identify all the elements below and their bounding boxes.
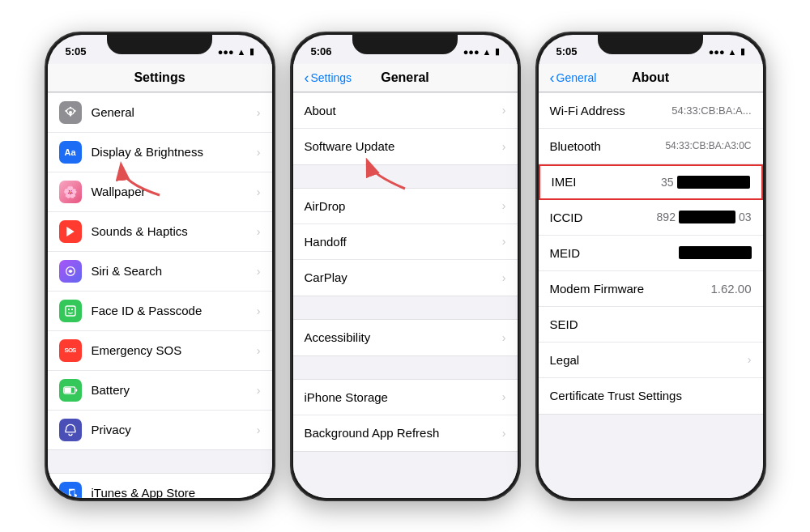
general-scroll[interactable]: About › Software Update › AirDrop	[293, 92, 518, 498]
display-label: Display & Brightness	[92, 145, 257, 159]
group-airdrop: AirDrop › Handoff › CarPlay ›	[293, 188, 518, 296]
itunes-chevron: ›	[257, 487, 261, 498]
cert-trust-row[interactable]: Certificate Trust Settings	[539, 378, 763, 414]
wallpaper-icon: 🌸	[59, 181, 82, 203]
svg-rect-3	[66, 306, 75, 316]
imei-value-container: 35	[661, 176, 750, 189]
iphone-storage-label: iPhone Storage	[305, 390, 502, 404]
carplay-item[interactable]: CarPlay ›	[293, 260, 518, 296]
screen-1: 5:05 ●●● ▲ ▮ Settings	[48, 35, 272, 498]
faceid-chevron: ›	[257, 304, 261, 317]
faceid-item[interactable]: Face ID & Passcode ›	[48, 292, 272, 331]
iccid-label: ICCID	[550, 211, 583, 224]
software-update-label: Software Update	[305, 139, 502, 153]
battery-chevron: ›	[257, 384, 261, 397]
nav-title-2: General	[381, 70, 429, 84]
about-item[interactable]: About ›	[293, 93, 518, 129]
handoff-item[interactable]: Handoff ›	[293, 224, 518, 260]
back-label-2: Settings	[311, 71, 352, 84]
time-2: 5:06	[311, 45, 332, 57]
meid-row: MEID	[539, 236, 763, 271]
group-accessibility: Accessibility ›	[293, 319, 518, 356]
privacy-icon	[59, 419, 82, 441]
seid-label: SEID	[550, 317, 578, 331]
legal-label: Legal	[550, 353, 580, 367]
phone-1: 5:05 ●●● ▲ ▮ Settings	[45, 32, 275, 501]
about-chevron: ›	[502, 104, 506, 117]
legal-row[interactable]: Legal ›	[539, 343, 763, 378]
time-1: 5:05	[66, 45, 87, 57]
phones-container: 5:05 ●●● ▲ ▮ Settings	[28, 15, 782, 517]
svg-rect-8	[75, 389, 77, 391]
siri-icon	[59, 260, 82, 283]
battery-icon-3: ▮	[740, 46, 745, 57]
airdrop-chevron: ›	[502, 199, 506, 212]
nav-back-3[interactable]: ‹ General	[550, 70, 597, 85]
privacy-item[interactable]: Privacy ›	[48, 411, 272, 449]
siri-chevron: ›	[257, 265, 261, 278]
legal-chevron: ›	[748, 353, 752, 366]
nav-bar-3: ‹ General About	[539, 64, 763, 92]
gap-2a	[293, 165, 518, 188]
carplay-chevron: ›	[502, 271, 506, 284]
status-icons-3: ●●● ▲ ▮	[709, 46, 745, 57]
wallpaper-item[interactable]: 🌸 Wallpaper ›	[48, 172, 272, 212]
sos-text: SOS	[65, 347, 76, 354]
settings-scroll-1[interactable]: General › Aa Display & Brightness ›	[48, 92, 272, 498]
itunes-label: iTunes & App Store	[92, 486, 257, 498]
background-refresh-chevron: ›	[502, 427, 506, 440]
sounds-chevron: ›	[257, 225, 261, 238]
sounds-item[interactable]: Sounds & Haptics ›	[48, 212, 272, 252]
signal-icon-3: ●●●	[709, 47, 725, 57]
bluetooth-value: 54:33:CB:BA:A3:0C	[665, 140, 751, 151]
svg-rect-7	[64, 387, 70, 393]
modem-firmware-row: Modem Firmware 1.62.00	[539, 271, 763, 307]
display-item[interactable]: Aa Display & Brightness ›	[48, 133, 272, 172]
sos-icon: SOS	[59, 339, 82, 362]
sos-item[interactable]: SOS Emergency SOS ›	[48, 331, 272, 371]
about-scroll[interactable]: Wi-Fi Address 54:33:CB:BA:A... Bluetooth…	[539, 92, 763, 498]
iccid-prefix: 892	[657, 211, 676, 223]
screen-3: 5:05 ●●● ▲ ▮ ‹ General About	[539, 35, 763, 498]
about-label: About	[305, 104, 502, 117]
section-gap-1	[48, 450, 272, 473]
wifi-icon-2: ▲	[483, 47, 492, 57]
iphone-storage-item[interactable]: iPhone Storage ›	[293, 380, 518, 415]
siri-item[interactable]: Siri & Search ›	[48, 252, 272, 292]
software-update-item[interactable]: Software Update ›	[293, 129, 518, 164]
sounds-icon	[59, 220, 82, 243]
nav-bar-1: Settings	[48, 64, 272, 92]
itunes-item[interactable]: iTunes & App Store ›	[48, 474, 272, 498]
privacy-chevron: ›	[257, 423, 261, 436]
nav-back-2[interactable]: ‹ Settings	[305, 70, 352, 85]
imei-prefix: 35	[661, 176, 674, 189]
cert-trust-label: Certificate Trust Settings	[550, 389, 682, 402]
accessibility-chevron: ›	[502, 331, 506, 344]
itunes-icon	[59, 482, 82, 498]
background-refresh-item[interactable]: Background App Refresh ›	[293, 415, 518, 451]
siri-label: Siri & Search	[92, 264, 257, 278]
battery-item[interactable]: Battery ›	[48, 371, 272, 411]
general-icon	[59, 101, 82, 124]
general-item[interactable]: General ›	[48, 93, 272, 133]
accessibility-item[interactable]: Accessibility ›	[293, 320, 518, 355]
group-storage: iPhone Storage › Background App Refresh …	[293, 379, 518, 452]
aa-text: Aa	[64, 147, 75, 157]
wifi-icon-3: ▲	[728, 47, 737, 57]
airdrop-item[interactable]: AirDrop ›	[293, 189, 518, 224]
general-chevron: ›	[257, 106, 261, 119]
settings-group-2: iTunes & App Store ›	[48, 473, 272, 498]
notch-2	[352, 33, 458, 54]
status-icons-1: ●●● ▲ ▮	[218, 46, 254, 57]
accessibility-label: Accessibility	[305, 330, 502, 344]
wifi-address-label: Wi-Fi Address	[550, 104, 625, 117]
signal-icon: ●●●	[218, 47, 234, 57]
about-info-group: Wi-Fi Address 54:33:CB:BA:A... Bluetooth…	[539, 92, 763, 415]
modem-firmware-label: Modem Firmware	[550, 282, 645, 296]
battery-icon: ▮	[249, 46, 254, 57]
group-about: About › Software Update ›	[293, 92, 518, 165]
modem-firmware-value: 1.62.00	[710, 282, 751, 296]
iphone-storage-chevron: ›	[502, 390, 506, 403]
back-chevron-3: ‹	[550, 70, 555, 85]
phone-3: 5:05 ●●● ▲ ▮ ‹ General About	[535, 32, 766, 501]
